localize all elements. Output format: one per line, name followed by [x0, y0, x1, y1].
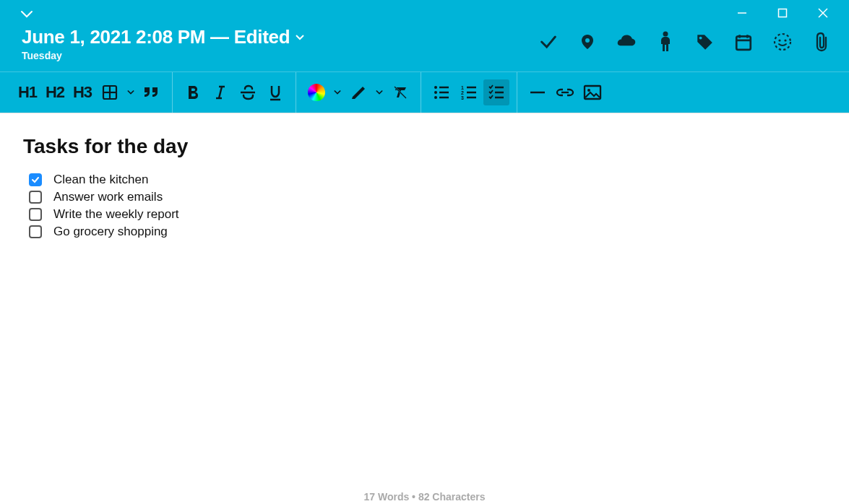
text-color-button[interactable]	[303, 79, 329, 105]
todo-label: Clean the kitchen	[53, 173, 148, 187]
maximize-button[interactable]	[772, 3, 793, 23]
entry-subtitle: Tuesday	[22, 50, 304, 61]
entry-title-button[interactable]: June 1, 2021 2:08 PM — Edited	[22, 26, 304, 48]
svg-text:2: 2	[461, 90, 464, 95]
todo-item: Go grocery shopping	[29, 225, 826, 239]
strikethrough-button[interactable]	[235, 79, 261, 105]
done-icon[interactable]	[538, 32, 559, 52]
quote-button[interactable]	[139, 79, 165, 105]
checklist-button[interactable]	[483, 79, 509, 105]
image-button[interactable]	[579, 79, 605, 105]
svg-rect-41	[585, 86, 600, 99]
entry-header: June 1, 2021 2:08 PM — Edited Tuesday	[0, 26, 849, 71]
todo-label: Answer work emails	[53, 190, 163, 204]
svg-line-19	[219, 87, 222, 98]
svg-text:3: 3	[461, 95, 464, 100]
svg-point-26	[434, 96, 437, 99]
title-bar	[0, 0, 849, 26]
attachment-icon[interactable]	[811, 32, 832, 52]
emoji-icon[interactable]	[772, 32, 793, 52]
status-bar: 17 Words • 82 Characters	[0, 487, 849, 504]
location-icon[interactable]	[577, 32, 598, 52]
editor-content[interactable]: Tasks for the day Clean the kitchenAnswe…	[0, 113, 849, 487]
clear-format-button[interactable]	[387, 79, 413, 105]
tag-icon[interactable]	[694, 32, 715, 52]
close-button[interactable]	[813, 3, 833, 23]
h1-button[interactable]: H1	[14, 79, 40, 105]
entry-title-text: June 1, 2021 2:08 PM — Edited	[22, 26, 290, 48]
link-button[interactable]	[552, 79, 578, 105]
h3-button[interactable]: H3	[69, 79, 95, 105]
bold-button[interactable]	[180, 79, 206, 105]
todo-checkbox[interactable]	[29, 225, 42, 238]
horizontal-rule-button[interactable]	[525, 79, 551, 105]
text-color-dropdown-icon[interactable]	[331, 87, 344, 98]
word-count: 17 Words	[363, 491, 409, 503]
table-dropdown-icon[interactable]	[124, 87, 137, 98]
todo-label: Go grocery shopping	[53, 225, 168, 239]
cloud-icon[interactable]	[616, 32, 637, 52]
todo-checkbox[interactable]	[29, 208, 42, 221]
todo-checkbox[interactable]	[29, 173, 42, 186]
svg-point-12	[778, 39, 780, 41]
todo-item: Write the weekly report	[29, 207, 826, 222]
svg-point-25	[434, 91, 437, 94]
svg-point-24	[434, 86, 437, 89]
format-toolbar: H1 H2 H3	[0, 71, 849, 113]
todo-item: Clean the kitchen	[29, 173, 826, 187]
menu-chevron-icon[interactable]	[20, 9, 33, 22]
svg-point-13	[784, 39, 786, 41]
todo-item: Answer work emails	[29, 190, 826, 204]
calendar-icon[interactable]	[733, 32, 754, 52]
svg-point-11	[775, 34, 790, 50]
minimize-button[interactable]	[732, 3, 752, 23]
person-icon[interactable]	[655, 32, 676, 52]
document-heading: Tasks for the day	[23, 135, 826, 158]
svg-rect-7	[736, 36, 751, 49]
italic-button[interactable]	[207, 79, 233, 105]
highlight-dropdown-icon[interactable]	[373, 87, 386, 98]
todo-label: Write the weekly report	[53, 207, 179, 222]
dropdown-icon	[296, 35, 304, 40]
table-button[interactable]	[97, 79, 123, 105]
header-action-icons	[538, 32, 832, 52]
highlight-button[interactable]	[345, 79, 371, 105]
char-count: 82 Characters	[418, 491, 486, 503]
todo-checkbox[interactable]	[29, 191, 42, 204]
numbered-list-button[interactable]: 123	[456, 79, 482, 105]
svg-point-4	[585, 38, 590, 43]
svg-point-5	[663, 31, 668, 36]
svg-point-6	[699, 36, 702, 39]
svg-text:1: 1	[461, 85, 464, 90]
svg-rect-1	[779, 9, 787, 17]
bullet-list-button[interactable]	[428, 79, 454, 105]
h2-button[interactable]: H2	[42, 79, 68, 105]
todo-list: Clean the kitchenAnswer work emailsWrite…	[23, 173, 826, 239]
underline-button[interactable]	[262, 79, 288, 105]
svg-point-42	[587, 89, 590, 92]
